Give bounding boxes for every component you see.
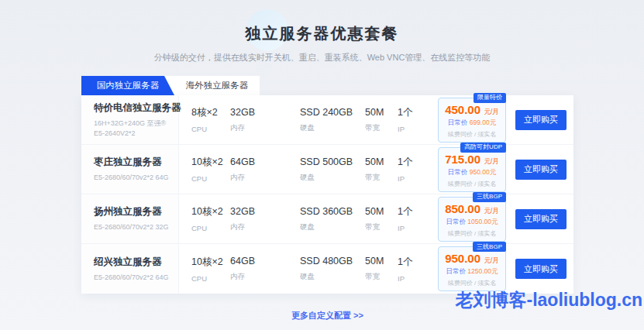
memory-label: 内存 [230, 222, 270, 232]
plan-name-cell: 扬州独立服务器 E5-2680/60/70v2*2 32G [81, 194, 179, 243]
plan-name-cell: 枣庄独立服务器 E5-2680/60/70v2*2 64G [81, 145, 179, 194]
memory-column: 64GB 内存 [230, 156, 270, 183]
daily-price-label: 日常价 [446, 218, 466, 225]
price-box: 限量特价 450.00 元/月 日常价 699.00元 续费同价 / 须实名 [438, 98, 506, 143]
disk-column: SSD 480GB 硬盘 [300, 256, 365, 282]
renew-note: 续费同价 / 须实名 [441, 180, 503, 188]
price-value: 950.00 [445, 252, 480, 265]
ip-column: 1个 IP [398, 106, 425, 133]
disk-label: 硬盘 [300, 123, 365, 133]
tab-overseas-servers[interactable]: 海外独立服务器 [174, 76, 260, 95]
daily-price-label: 日常价 [446, 267, 466, 275]
memory-label: 内存 [230, 272, 270, 282]
bandwidth-label: 带宽 [365, 272, 398, 282]
daily-price-value: 699.00元 [470, 119, 497, 126]
plan-spec: E5-2680/60/70v2*2 32G [94, 222, 169, 232]
memory-column: 32GB 内存 [230, 107, 270, 133]
cpu-label: CPU [191, 274, 230, 283]
renew-note: 续费同价 / 须实名 [441, 229, 503, 238]
plan-name-cell: 特价电信独立服务器 16H+32G+240G 至强® E5-2640V2*2 [81, 95, 179, 144]
bandwidth-label: 带宽 [365, 123, 398, 133]
bandwidth-column: 50M 带宽 [365, 156, 398, 183]
daily-price-value: 950.00元 [470, 168, 497, 176]
daily-price-label: 日常价 [448, 119, 468, 126]
cpu-column: 10核×2 CPU [191, 156, 230, 183]
buy-now-button[interactable]: 立即购买 [515, 110, 567, 130]
ip-label: IP [398, 274, 425, 283]
disk-value: SSD 500GB [300, 156, 365, 167]
plan-name: 扬州独立服务器 [94, 205, 169, 218]
table-row: 特价电信独立服务器 16H+32G+240G 至强® E5-2640V2*2 8… [81, 95, 573, 145]
ip-value: 1个 [398, 256, 425, 269]
page-subtitle: 分钟级的交付，提供在线实时开关机、重启、重装系统、Web VNC管理、在线监控等… [0, 52, 644, 64]
promo-badge: 高防可封UDP [460, 143, 506, 153]
promo-badge: 三线BGP [473, 192, 506, 202]
ip-label: IP [398, 224, 425, 232]
cpu-value: 10核×2 [191, 205, 230, 218]
server-tabs: 国内独立服务器 海外独立服务器 [81, 76, 260, 95]
bandwidth-value: 50M [365, 256, 398, 266]
cpu-label: CPU [191, 125, 230, 133]
disk-column: SSD 240GB 硬盘 [300, 107, 365, 133]
bandwidth-column: 50M 带宽 [365, 107, 398, 133]
price-value: 450.00 [445, 103, 480, 116]
disk-label: 硬盘 [300, 272, 365, 282]
page-title: 独立服务器优惠套餐 [0, 23, 644, 44]
table-row: 扬州独立服务器 E5-2680/60/70v2*2 32G 10核×2 CPU … [81, 194, 573, 244]
ip-column: 1个 IP [398, 256, 425, 283]
disk-column: SSD 500GB 硬盘 [300, 156, 365, 183]
price-box: 三线BGP 850.00 元/月 日常价 1050.00元 续费同价 / 须实名 [438, 197, 506, 242]
daily-price-line: 日常价 1250.00元 [441, 267, 503, 277]
cpu-label: CPU [191, 224, 230, 232]
price-box: 高防可封UDP 715.00 元/月 日常价 950.00元 续费同价 / 须实… [438, 147, 506, 192]
renew-note: 续费同价 / 须实名 [441, 130, 503, 139]
daily-price-line: 日常价 950.00元 [441, 168, 503, 177]
cpu-column: 10核×2 CPU [191, 205, 230, 232]
promo-badge: 三线BGP [473, 242, 506, 252]
disk-column: SSD 360GB 硬盘 [300, 206, 365, 232]
bandwidth-value: 50M [365, 107, 398, 118]
price-box: 三线BGP 950.00 元/月 日常价 1250.00元 续费同价 / 须实名 [438, 246, 506, 291]
ip-value: 1个 [398, 106, 425, 119]
price-unit: 元/月 [484, 108, 498, 115]
price-line: 850.00 元/月 [441, 202, 503, 216]
disk-value: SSD 480GB [300, 256, 365, 266]
daily-price-value: 1250.00元 [467, 267, 498, 275]
buy-now-button[interactable]: 立即购买 [515, 209, 567, 229]
cpu-column: 10核×2 CPU [191, 256, 230, 283]
daily-price-line: 日常价 1050.00元 [441, 218, 503, 227]
disk-label: 硬盘 [300, 222, 365, 232]
plan-spec: 16H+32G+240G 至强® E5-2640V2*2 [94, 119, 169, 138]
pricing-page: 独立服务器优惠套餐 分钟级的交付，提供在线实时开关机、重启、重装系统、Web V… [0, 0, 644, 330]
bandwidth-value: 50M [365, 206, 398, 217]
memory-label: 内存 [230, 123, 270, 133]
plan-spec: E5-2680/60/70v2*2 64G [94, 173, 169, 183]
tab-domestic-servers[interactable]: 国内独立服务器 [81, 76, 174, 95]
buy-now-button[interactable]: 立即购买 [515, 160, 567, 180]
price-line: 715.00 元/月 [441, 153, 503, 167]
cpu-value: 8核×2 [191, 106, 230, 119]
price-value: 850.00 [445, 202, 480, 215]
bandwidth-value: 50M [365, 156, 398, 167]
price-unit: 元/月 [484, 207, 498, 215]
buy-now-button[interactable]: 立即购买 [515, 259, 567, 279]
table-row: 枣庄独立服务器 E5-2680/60/70v2*2 64G 10核×2 CPU … [81, 145, 573, 194]
price-value: 715.00 [445, 153, 480, 166]
memory-column: 32GB 内存 [230, 206, 270, 232]
daily-price-value: 1050.00元 [467, 218, 498, 225]
ip-label: IP [398, 174, 425, 183]
ip-value: 1个 [398, 156, 425, 169]
promo-badge: 限量特价 [474, 93, 506, 103]
memory-value: 64GB [230, 256, 270, 266]
price-unit: 元/月 [484, 256, 498, 264]
ip-column: 1个 IP [398, 205, 425, 232]
price-line: 950.00 元/月 [441, 252, 503, 266]
bandwidth-label: 带宽 [365, 173, 398, 183]
bandwidth-label: 带宽 [365, 222, 398, 232]
price-line: 450.00 元/月 [441, 103, 503, 117]
bandwidth-column: 50M 带宽 [365, 206, 398, 232]
plan-spec: E5-2680/60/70v2*2 64G [94, 273, 169, 283]
memory-value: 64GB [230, 156, 270, 167]
ip-column: 1个 IP [398, 156, 425, 183]
daily-price-label: 日常价 [448, 168, 468, 176]
